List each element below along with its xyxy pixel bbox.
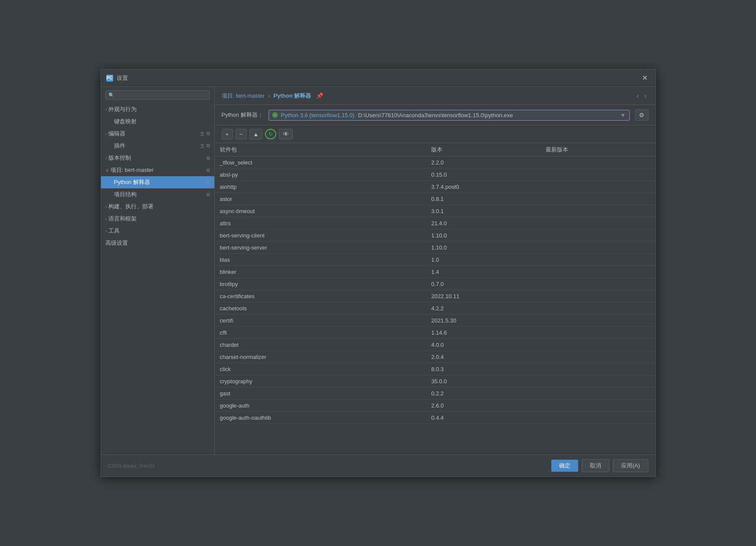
title-bar: PC 设置 ✕ — [101, 69, 655, 87]
copy-icon3[interactable]: ⧉ — [206, 155, 210, 161]
main-content: 项目: bert-master › Python 解释器 📌 ‹ › Pytho… — [215, 87, 655, 454]
pkg-name: click — [215, 363, 426, 375]
table-row[interactable]: _tflow_select 2.2.0 — [215, 157, 655, 169]
pkg-name: astor — [215, 193, 426, 205]
table-row[interactable]: blinker 1.4 — [215, 266, 655, 278]
table-row[interactable]: ca-certificates 2022.10.11 — [215, 290, 655, 303]
table-row[interactable]: async-timeout 3.0.1 — [215, 205, 655, 217]
sidebar-item-label: 语言和框架 — [108, 215, 137, 223]
pkg-version: 2.6.0 — [426, 400, 540, 412]
package-table-body: _tflow_select 2.2.0 absl-py 0.15.0 aioht… — [215, 157, 655, 424]
sidebar-item-build-exec[interactable]: › 构建、执行、部署 — [101, 201, 214, 213]
table-row[interactable]: bert-serving-client 1.10.0 — [215, 230, 655, 242]
nav-back-button[interactable]: ‹ — [635, 92, 641, 100]
copy-icon2[interactable]: ⧉ — [206, 143, 210, 149]
pin-icon[interactable]: 📌 — [316, 92, 323, 99]
pkg-version: 2.0.4 — [426, 351, 540, 363]
pkg-latest — [540, 230, 655, 242]
pkg-latest — [540, 205, 655, 217]
eye-button[interactable]: 👁 — [279, 129, 293, 139]
search-icon: 🔍 — [108, 92, 115, 98]
copy-icon[interactable]: ⧉ — [206, 131, 210, 137]
table-row[interactable]: google-auth-oauthlib 0.4.4 — [215, 412, 655, 424]
sidebar-item-advanced[interactable]: 高级设置 — [101, 237, 214, 249]
cancel-button[interactable]: 取消 — [582, 459, 609, 472]
app-icon: PC — [106, 75, 113, 82]
table-row[interactable]: chardet 4.0.0 — [215, 339, 655, 351]
translate-icon[interactable]: 文 — [200, 131, 205, 137]
sidebar-item-label: 插件 — [114, 142, 125, 150]
add-package-button[interactable]: + — [222, 129, 233, 139]
search-input[interactable] — [116, 92, 207, 98]
apply-button[interactable]: 应用(A) — [613, 459, 648, 472]
pkg-version: 8.0.3 — [426, 363, 540, 375]
nav-forward-button[interactable]: › — [642, 92, 648, 100]
table-row[interactable]: absl-py 0.15.0 — [215, 169, 655, 181]
pkg-name: aiohttp — [215, 181, 426, 193]
dialog-body: 🔍 › 外观与行为 键盘映射 › 编辑器 文 ⧉ 插件 — [101, 87, 655, 454]
pkg-name: cachetools — [215, 303, 426, 315]
table-row[interactable]: brotlipy 0.7.0 — [215, 278, 655, 290]
pkg-name: brotlipy — [215, 278, 426, 290]
table-row[interactable]: cffi 1.14.6 — [215, 327, 655, 339]
sidebar-item-python-interpreter[interactable]: Python 解释器 ⧉ — [101, 176, 214, 188]
breadcrumb-project[interactable]: 项目: bert-master — [222, 92, 265, 100]
sidebar-item-label: 高级设置 — [105, 239, 128, 247]
pkg-name: charset-normalizer — [215, 351, 426, 363]
sidebar-item-label: 编辑器 — [108, 130, 125, 138]
sidebar-item-appearance[interactable]: › 外观与行为 — [101, 103, 214, 115]
pkg-version: 1.10.0 — [426, 230, 540, 242]
sidebar-item-label: 键盘映射 — [114, 118, 137, 125]
sidebar-item-project[interactable]: ∨ 项目: bert-master ⧉ — [101, 164, 214, 176]
interpreter-dropdown[interactable]: Python 3.6 (tensorflow1.15.0) D:\Users\7… — [268, 110, 630, 121]
remove-package-button[interactable]: − — [236, 129, 247, 139]
sidebar-item-label: Python 解释器 — [114, 178, 150, 186]
interpreter-name: Python 3.6 (tensorflow1.15.0) — [281, 112, 355, 118]
sidebar-item-keymap[interactable]: 键盘映射 — [101, 115, 214, 128]
table-row[interactable]: aiohttp 3.7.4.post0 — [215, 181, 655, 193]
close-button[interactable]: ✕ — [639, 73, 650, 83]
sidebar-item-tools[interactable]: › 工具 — [101, 225, 214, 237]
copy-icon5[interactable]: ⧉ — [206, 180, 210, 185]
interpreter-gear-button[interactable]: ⚙ — [635, 109, 648, 121]
up-button[interactable]: ▲ — [249, 129, 263, 139]
watermark: CSDN @paul_chen21 — [108, 463, 155, 468]
table-row[interactable]: astor 0.8.1 — [215, 193, 655, 205]
table-row[interactable]: certifi 2021.5.30 — [215, 315, 655, 327]
sidebar-item-label: 工具 — [108, 227, 120, 235]
table-row[interactable]: cachetools 4.2.2 — [215, 303, 655, 315]
table-header: 软件包 版本 最新版本 — [215, 143, 655, 157]
pkg-version: 0.8.1 — [426, 193, 540, 205]
table-row[interactable]: google-auth 2.6.0 — [215, 400, 655, 412]
translate-icon2[interactable]: 文 — [200, 143, 205, 149]
copy-icon6[interactable]: ⧉ — [206, 192, 210, 197]
pkg-version: 1.4 — [426, 266, 540, 278]
arrow-icon: › — [105, 107, 107, 112]
table-row[interactable]: attrs 21.4.0 — [215, 217, 655, 230]
ok-button[interactable]: 确定 — [551, 460, 578, 472]
interpreter-row: Python 解释器： Python 3.6 (tensorflow1.15.0… — [215, 105, 655, 125]
pkg-name: cryptography — [215, 375, 426, 388]
sidebar-item-project-structure[interactable]: 项目结构 ⧉ — [101, 188, 214, 201]
table-row[interactable]: bert-serving-server 1.10.0 — [215, 242, 655, 254]
sidebar-item-label: 外观与行为 — [108, 105, 137, 113]
table-row[interactable]: charset-normalizer 2.0.4 — [215, 351, 655, 363]
table-row[interactable]: click 8.0.3 — [215, 363, 655, 375]
sidebar-item-editor[interactable]: › 编辑器 文 ⧉ — [101, 128, 214, 140]
table-row[interactable]: gast 0.2.2 — [215, 388, 655, 400]
copy-icon4[interactable]: ⧉ — [206, 168, 210, 173]
pkg-latest — [540, 327, 655, 339]
pkg-version: 21.4.0 — [426, 217, 540, 230]
refresh-button[interactable]: ↻ — [265, 129, 276, 139]
sidebar-item-plugins[interactable]: 插件 文 ⧉ — [101, 140, 214, 152]
search-box[interactable]: 🔍 — [105, 90, 210, 100]
sidebar-item-vcs[interactable]: › 版本控制 ⧉ — [101, 152, 214, 164]
table-row[interactable]: cryptography 35.0.0 — [215, 375, 655, 388]
table-row[interactable]: blas 1.0 — [215, 254, 655, 266]
arrow-icon: › — [105, 228, 107, 234]
dialog-title: 设置 — [117, 74, 639, 82]
sidebar-item-lang-frameworks[interactable]: › 语言和框架 — [101, 213, 214, 225]
interpreter-status-dot — [272, 112, 278, 118]
package-table-container[interactable]: 软件包 版本 最新版本 _tflow_select 2.2.0 absl-py … — [215, 143, 655, 454]
pkg-latest — [540, 290, 655, 303]
